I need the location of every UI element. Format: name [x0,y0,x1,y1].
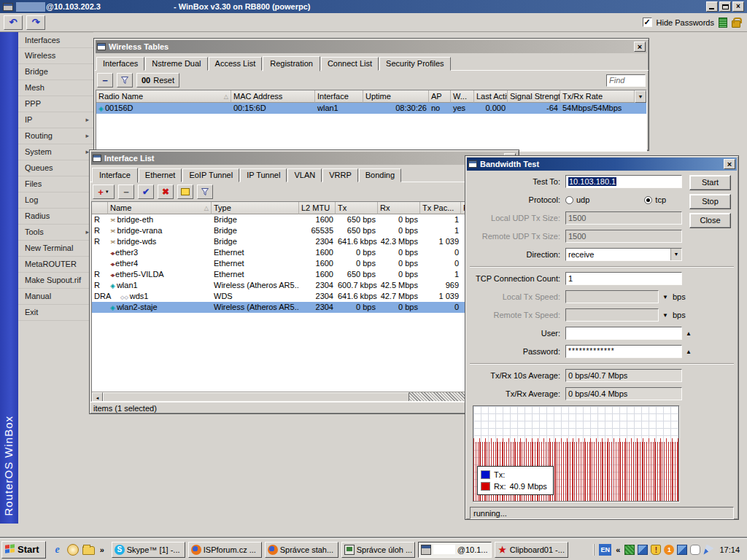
horizontal-scrollbar[interactable]: ◂ ▸ [92,392,516,402]
network-connection-icon[interactable] [677,545,687,555]
udp-radio[interactable] [565,196,573,204]
task-skype[interactable]: SSkype™ [1] -... [112,542,185,558]
sidebar-item-wireless[interactable]: Wireless [18,48,93,64]
interface-list-titlebar[interactable]: Interface List × [91,152,517,165]
pen-tool-icon[interactable] [703,545,713,555]
col-last-activity[interactable]: Last Activit... [474,90,508,103]
table-row-selected[interactable]: ◈wlan2-staje Wireless (Atheros AR5... 23… [92,302,516,313]
tcp-radio[interactable] [644,196,652,204]
table-row[interactable]: R ≍bridge-wds Bridge 2304 641.6 kbps 42.… [92,236,516,247]
disable-button[interactable]: ✖ [158,184,174,199]
add-button[interactable]: +▼ [93,184,115,199]
scrollbar-thumb[interactable] [103,392,409,402]
internet-explorer-icon[interactable]: e [52,544,63,556]
close-button[interactable]: Close [689,213,731,228]
task-ispforum[interactable]: ISPforum.cz ... [188,542,262,558]
tab-interfaces[interactable]: Interfaces [96,57,144,71]
sidebar-item-mesh[interactable]: Mesh [18,80,93,96]
col-radio-name[interactable]: Radio Name△ [96,90,231,103]
sidebar-item-metarouter[interactable]: MetaROUTER [18,257,93,273]
col-tx[interactable]: Tx [336,202,378,214]
tab-ethernet[interactable]: Ethernet [139,168,182,182]
maximize-button[interactable] [719,1,731,12]
table-row[interactable]: ◂▸ether4 Ethernet 1600 0 bps 0 bps 0 [92,258,516,269]
collapse-arrow-icon[interactable]: ▲ [686,330,692,337]
registration-row[interactable]: ◈00156D 00:15:6D wlan1 08:30:26 no yes 0… [96,103,646,114]
sidebar-item-log[interactable]: Log [18,192,93,209]
tab-bonding[interactable]: Bonding [359,168,401,182]
tab-interface[interactable]: Interface [92,168,138,183]
col-ap[interactable]: AP [429,90,451,103]
sidebar-item-bridge[interactable]: Bridge [18,64,93,80]
tcp-count-input[interactable]: 1 [565,272,682,285]
table-row[interactable]: R ◈wlan1 Wireless (Atheros AR5... 2304 6… [92,280,516,291]
close-button[interactable]: × [732,1,744,12]
col-wds[interactable]: W... [451,90,474,103]
col-flags[interactable] [92,202,108,214]
updates-icon[interactable]: 1 [664,545,674,555]
table-row[interactable]: R ◂▸ether5-VILDA Ethernet 1600 650 bps 0… [92,269,516,280]
scheduler-icon[interactable] [67,544,79,556]
table-row[interactable]: R ≍bridge-vrana Bridge 65535 650 bps 0 b… [92,225,516,236]
sidebar-item-exit[interactable]: Exit [18,305,93,321]
sidebar-item-ppp[interactable]: PPP [18,96,93,112]
filter-button[interactable] [117,73,133,88]
col-name[interactable]: Name△ [108,202,212,214]
sidebar-item-tools[interactable]: Tools▸ [18,225,93,241]
start-button[interactable]: Start [1,541,46,559]
sidebar-item-manual[interactable]: Manual [18,289,93,305]
comment-button[interactable] [177,184,193,199]
chevron-more-icon[interactable]: » [98,545,106,554]
remove-button[interactable]: − [97,73,113,88]
start-button[interactable]: Start [689,175,731,190]
user-input[interactable] [565,327,682,340]
wireless-tables-titlebar[interactable]: Wireless Tables × [96,40,647,53]
tab-vlan[interactable]: VLAN [287,168,322,182]
col-mac-address[interactable]: MAC Address [231,90,315,103]
messenger-icon[interactable] [690,545,700,555]
tab-access-list[interactable]: Access List [209,57,263,71]
redo-button[interactable]: ↷ [26,15,45,30]
dropdown-arrow-icon[interactable]: ▼ [662,312,668,319]
col-interface[interactable]: Interface [315,90,363,103]
tab-vrrp[interactable]: VRRP [322,168,358,182]
col-tx-rx-rate[interactable]: Tx/Rx Rate [560,90,635,103]
tab-eoip-tunnel[interactable]: EoIP Tunnel [182,168,239,182]
dropdown-arrow-icon[interactable]: ▼ [662,294,668,300]
table-row[interactable]: R ≍bridge-eth Bridge 1600 650 bps 0 bps … [92,214,516,225]
col-uptime[interactable]: Uptime [363,90,429,103]
remove-button[interactable]: − [118,184,134,199]
close-icon[interactable]: × [634,42,646,52]
column-chooser-button[interactable]: ▼ [635,90,646,103]
col-signal-strength[interactable]: Signal Strengt... [508,90,560,103]
scroll-left-button[interactable]: ◂ [92,392,103,402]
task-winbox[interactable]: @10.1... [418,542,492,558]
sidebar-item-new-terminal[interactable]: New Terminal [18,241,93,257]
folder-icon[interactable] [82,546,95,555]
tab-registration[interactable]: Registration [263,56,320,71]
sidebar-item-system[interactable]: System▸ [18,144,93,160]
network-status-icon[interactable] [624,545,635,555]
security-alert-icon[interactable]: ! [651,545,661,555]
sidebar-item-interfaces[interactable]: Interfaces [18,32,93,48]
tray-overflow-icon[interactable]: « [614,545,622,554]
stop-button[interactable]: Stop [689,194,731,209]
task-download-manager[interactable]: Správce stah... [265,542,338,558]
sidebar-item-make-supout[interactable]: Make Supout.rif [18,273,93,289]
collapse-arrow-icon[interactable]: ▲ [686,349,692,355]
sidebar-item-ip[interactable]: IP▸ [18,112,93,128]
sidebar-item-queues[interactable]: Queues [18,160,93,176]
sidebar-item-radius[interactable]: Radius [18,209,93,225]
filter-button[interactable] [197,184,213,199]
task-task-manager[interactable]: Správce úloh ... [341,542,415,558]
table-row[interactable]: DRA ◇◇wds1 WDS 2304 641.6 kbps 42.7 Mbps… [92,291,516,302]
tab-nstreme-dual[interactable]: Nstreme Dual [145,57,207,71]
enable-button[interactable]: ✔ [138,184,154,199]
password-input[interactable]: ************* [565,345,682,358]
language-indicator[interactable]: EN [599,544,611,556]
col-rx[interactable]: Rx [378,202,420,214]
sidebar-item-files[interactable]: Files [18,176,93,192]
sidebar-item-routing[interactable]: Routing▸ [18,128,93,144]
test-to-input[interactable]: 10.103.180.1 [565,175,682,188]
col-tx-packets[interactable]: Tx Pac... [420,202,461,214]
